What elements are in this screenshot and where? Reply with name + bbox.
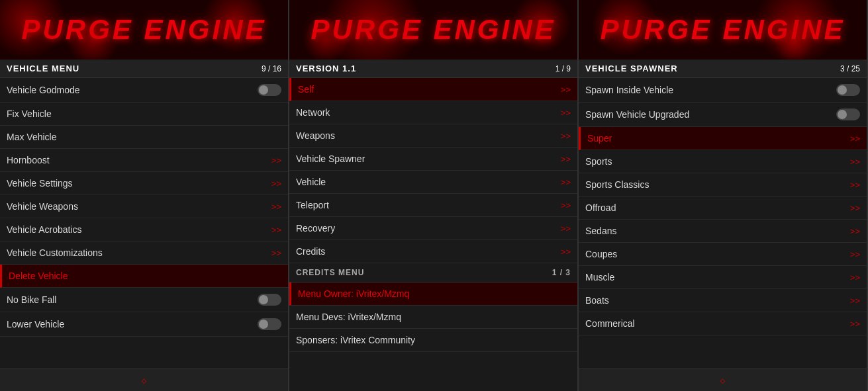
list-item[interactable]: Menu Owner: iVritex/Mzmq [289,282,577,306]
arrow-icon: >> [561,154,571,164]
list-item[interactable]: Vehicle Acrobatics >> [0,218,288,241]
panel-3-title: VEHICLE SPAWNER [585,64,678,73]
list-item[interactable]: Spawn Vehicle Upgraded [579,103,867,127]
panel-3-menu-items: Spawn Inside Vehicle Spawn Vehicle Upgra… [579,78,867,369]
list-item[interactable]: Super >> [579,127,867,150]
list-item[interactable]: Spawn Inside Vehicle [579,78,867,103]
list-item[interactable]: Fix Vehicle [0,103,288,126]
spawn-inside-toggle[interactable] [836,84,860,96]
arrow-icon: >> [850,319,860,329]
arrow-icon: >> [271,179,281,189]
list-item[interactable]: Muscle >> [579,266,867,289]
arrow-icon: >> [271,225,281,235]
list-item[interactable]: Vehicle >> [289,171,577,194]
no-bike-fall-toggle[interactable] [258,294,281,306]
list-item[interactable]: Vehicle Godmode [0,78,288,103]
arrow-icon: >> [271,155,281,165]
list-item[interactable]: Coupes >> [579,243,867,266]
arrow-icon: >> [850,226,860,236]
list-item[interactable]: Network >> [289,101,577,124]
arrow-icon: >> [850,157,860,167]
scroll-down-icon[interactable]: ⬦ [140,373,148,387]
panel-1-footer: ⬦ [0,369,288,391]
arrow-icon: >> [561,131,571,141]
list-item[interactable]: Weapons >> [289,124,577,148]
arrow-icon: >> [850,249,860,259]
panel-1-count: 9 / 16 [262,64,281,73]
list-item[interactable]: Sports >> [579,150,867,173]
list-item[interactable]: Vehicle Weapons >> [0,195,288,218]
panel-2-header: PURGE ENGINE [289,0,577,60]
spawn-upgraded-toggle[interactable] [836,109,860,120]
credits-section-header: CREDITS MENU 1 / 3 [289,263,577,282]
list-item[interactable]: Recovery >> [289,217,577,240]
arrow-icon: >> [561,200,571,210]
list-item[interactable]: No Bike Fall [0,288,288,312]
list-item[interactable]: Self >> [289,78,577,101]
panel-1-title-bar: VEHICLE MENU 9 / 16 [0,60,288,78]
list-item[interactable]: Commerical >> [579,312,867,335]
panel-2-count: 1 / 9 [555,64,571,73]
vehicle-menu-panel: PURGE ENGINE VEHICLE MENU 9 / 16 Vehicle… [0,0,289,391]
list-item[interactable]: Vehicle Spawner >> [289,148,577,171]
vehicle-spawner-panel: PURGE ENGINE VEHICLE SPAWNER 3 / 25 Spaw… [579,0,868,391]
list-item[interactable]: Sedans >> [579,220,867,243]
arrow-icon: >> [561,247,571,257]
list-item[interactable]: Credits >> [289,240,577,263]
credits-section-title: CREDITS MENU [296,268,364,277]
list-item[interactable]: Vehicle Settings >> [0,172,288,195]
list-item[interactable]: Sports Classics >> [579,173,867,196]
credits-section-count: 1 / 3 [552,268,571,277]
arrow-icon: >> [850,273,860,282]
arrow-icon: >> [271,202,281,212]
scroll-down-icon[interactable]: ⬦ [719,373,726,387]
arrow-icon: >> [561,177,571,187]
panel-2-title-bar: VERSION 1.1 1 / 9 [289,60,577,78]
list-item[interactable]: Delete Vehicle [0,265,288,288]
arrow-icon: >> [561,85,571,95]
panel-3-header: PURGE ENGINE [579,0,867,60]
arrow-icon: >> [561,224,571,234]
list-item[interactable]: Sponsers: iVritex Community [289,329,577,352]
list-item[interactable]: Lower Vehicle [0,312,288,337]
list-item[interactable]: Max Vehicle [0,126,288,149]
list-item[interactable]: Hornboost >> [0,149,288,172]
version-menu-panel: PURGE ENGINE VERSION 1.1 1 / 9 Self >> N… [289,0,579,391]
arrow-icon: >> [561,108,571,118]
arrow-icon: >> [850,134,860,144]
list-item[interactable]: Offroad >> [579,196,867,220]
list-item[interactable]: Teleport >> [289,194,577,217]
arrow-icon: >> [850,296,860,306]
panel-2-menu-items: Self >> Network >> Weapons >> Vehicle Sp… [289,78,577,391]
panel-1-menu-items: Vehicle Godmode Fix Vehicle Max Vehicle … [0,78,288,369]
panel-3-footer: ⬦ [579,369,867,391]
arrow-icon: >> [850,180,860,190]
arrow-icon: >> [271,248,281,258]
list-item[interactable]: Boats >> [579,289,867,312]
arrow-icon: >> [850,203,860,213]
list-item[interactable]: Menu Devs: iVritex/Mzmq [289,306,577,329]
panel-1-title: VEHICLE MENU [7,64,79,73]
panel-2-title: VERSION 1.1 [296,64,356,73]
list-item[interactable]: Vehicle Customizations >> [0,241,288,265]
panel-1-header: PURGE ENGINE [0,0,288,60]
panel-3-count: 3 / 25 [840,64,860,73]
panel-3-title-bar: VEHICLE SPAWNER 3 / 25 [579,60,867,78]
vehicle-godmode-toggle[interactable] [258,84,281,96]
lower-vehicle-toggle[interactable] [258,318,281,330]
